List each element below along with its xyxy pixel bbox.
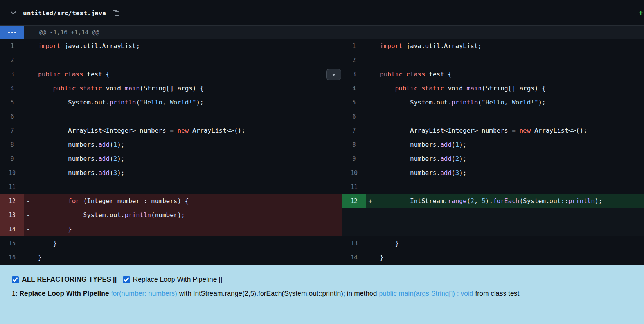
diff-line-old: 6: [0, 110, 342, 124]
diff-line-old: 14- }: [0, 222, 342, 236]
refactoring-link[interactable]: public main(args String[]) : void: [379, 290, 473, 297]
line-number[interactable]: 3: [342, 67, 366, 81]
code-line: [374, 110, 644, 124]
diff-sign: [24, 39, 32, 53]
diff-line-old: 9 numbers.add(2);: [0, 152, 342, 166]
diff-sign: [366, 124, 374, 138]
refactoring-detail: 1: Replace Loop With Pipeline for(number…: [12, 290, 636, 298]
diff-row: 1import java.util.ArrayList;1import java…: [0, 39, 644, 53]
detail-text: with IntStream.range(2,5).forEach(System…: [177, 290, 379, 297]
line-number[interactable]: 9: [342, 152, 366, 166]
line-number[interactable]: 5: [0, 95, 24, 110]
code-line: }: [32, 222, 342, 236]
diff-line-new: [342, 222, 644, 236]
code-line: }: [374, 236, 644, 250]
line-number[interactable]: 7: [0, 124, 24, 138]
diff-line-old: 16}: [0, 250, 342, 265]
code-line: [32, 110, 342, 124]
line-number[interactable]: 8: [0, 138, 24, 152]
caret-down-icon: [332, 74, 336, 76]
line-number[interactable]: 12: [342, 194, 366, 208]
diff-sign: [366, 236, 374, 250]
diff-sign: +: [366, 194, 374, 208]
detail-text: Replace Loop With Pipeline: [19, 290, 111, 297]
line-number[interactable]: 6: [0, 110, 24, 124]
diff-line-old: 3public class test {: [0, 67, 342, 81]
line-number[interactable]: 10: [0, 166, 24, 180]
diff-row: 4 public static void main(String[] args)…: [0, 81, 644, 95]
line-number[interactable]: 12: [0, 194, 24, 208]
line-number[interactable]: 13: [0, 208, 24, 222]
diff-line-old: 2: [0, 53, 342, 67]
line-number[interactable]: 9: [0, 152, 24, 166]
line-number[interactable]: 16: [0, 250, 24, 265]
filter-label: Replace Loop With Pipeline ||: [133, 275, 223, 284]
diff-sign: [366, 39, 374, 53]
file-header: untitled/src/test.java +: [0, 0, 644, 26]
file-path: untitled/src/test.java: [23, 9, 106, 17]
expand-plus[interactable]: +: [639, 8, 643, 17]
line-number[interactable]: 4: [0, 81, 24, 95]
line-number[interactable]: 4: [342, 81, 366, 95]
diff-sign: [24, 124, 32, 138]
line-number[interactable]: 1: [342, 39, 366, 53]
diff-sign: [366, 95, 374, 110]
code-line: for (Integer number : numbers) {: [32, 194, 342, 208]
line-actions-button[interactable]: [326, 69, 341, 80]
diff-line-old: 8 numbers.add(1);: [0, 138, 342, 152]
diff-sign: [366, 53, 374, 67]
diff-sign: -: [24, 222, 32, 236]
code-line: public class test {: [374, 67, 644, 81]
copy-path-icon[interactable]: [112, 9, 120, 17]
line-number[interactable]: 11: [342, 180, 366, 194]
filter-checkbox[interactable]: [123, 276, 130, 283]
code-line: [374, 208, 644, 222]
code-line: }: [32, 236, 342, 250]
diff-line-old: 12- for (Integer number : numbers) {: [0, 194, 342, 208]
code-line: IntStream.range(2, 5).forEach(System.out…: [374, 194, 644, 208]
code-line: [374, 53, 644, 67]
code-line: [374, 222, 644, 236]
diff-row: 13- System.out.println(number);: [0, 208, 644, 222]
detail-text: 1:: [12, 290, 19, 297]
line-number[interactable]: 14: [0, 222, 24, 236]
diff-line-new: 1import java.util.ArrayList;: [342, 39, 644, 53]
line-number[interactable]: 3: [0, 67, 24, 81]
diff-viewer: untitled/src/test.java + @@ -1,16 +1,14 …: [0, 0, 644, 324]
diff-sign: [366, 110, 374, 124]
diff-line-new: 11: [342, 180, 644, 194]
refactoring-panel: ALL REFACTORING TYPES ||Replace Loop Wit…: [0, 265, 644, 324]
line-number[interactable]: 11: [0, 180, 24, 194]
line-number[interactable]: 10: [342, 166, 366, 180]
line-number[interactable]: 8: [342, 138, 366, 152]
diff-sign: -: [24, 194, 32, 208]
line-number[interactable]: 15: [0, 236, 24, 250]
line-number[interactable]: 14: [342, 250, 366, 265]
diff-line-new: [342, 208, 644, 222]
diff-sign: [366, 152, 374, 166]
line-number[interactable]: 13: [342, 236, 366, 250]
expand-hunk-button[interactable]: [0, 26, 24, 39]
diff-line-new: 3public class test {: [342, 67, 644, 81]
split-diff: 1import java.util.ArrayList;1import java…: [0, 39, 644, 265]
hunk-header-text: @@ -1,16 +1,14 @@: [39, 29, 99, 36]
diff-row: 12- for (Integer number : numbers) {12+ …: [0, 194, 644, 208]
diff-sign: [24, 236, 32, 250]
diff-row: 3public class test {3public class test {: [0, 67, 644, 81]
chevron-down-icon[interactable]: [10, 9, 17, 16]
line-number[interactable]: 5: [342, 95, 366, 110]
filter-checkbox[interactable]: [12, 276, 19, 283]
refactoring-link[interactable]: for(number: numbers): [111, 290, 177, 297]
diff-line-old: 11: [0, 180, 342, 194]
code-line: public class test {: [32, 67, 342, 81]
diff-sign: [24, 180, 32, 194]
diff-sign: [24, 250, 32, 265]
line-number[interactable]: 1: [0, 39, 24, 53]
code-line: System.out.println(number);: [32, 208, 342, 222]
diff-line-new: 2: [342, 53, 644, 67]
line-number[interactable]: 2: [0, 53, 24, 67]
line-number[interactable]: 6: [342, 110, 366, 124]
code-line: [32, 180, 342, 194]
line-number[interactable]: 2: [342, 53, 366, 67]
line-number[interactable]: 7: [342, 124, 366, 138]
